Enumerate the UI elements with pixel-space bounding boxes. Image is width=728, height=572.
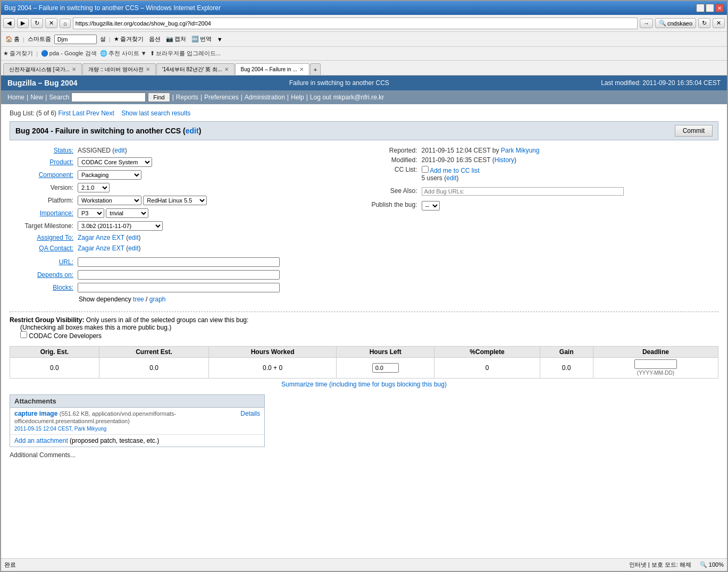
- restrict-group: Restrict Group Visibility: Only users in…: [10, 316, 718, 340]
- url-input[interactable]: [78, 257, 280, 267]
- priority-select[interactable]: P3: [78, 208, 104, 218]
- url-label[interactable]: URL:: [10, 258, 73, 266]
- deadline-input[interactable]: [634, 359, 677, 369]
- product-label[interactable]: Product:: [10, 158, 73, 166]
- version-select[interactable]: 2.1.0: [78, 183, 110, 192]
- nav-user-link[interactable]: mkpark@nfri.re.kr: [333, 94, 384, 101]
- see-also-input[interactable]: [422, 187, 624, 196]
- summarize-link: Summarize time (including time for bugs …: [10, 381, 718, 388]
- tree-link[interactable]: tree: [133, 296, 144, 303]
- assigned-to-link[interactable]: Zagar Anze EXT: [78, 234, 124, 241]
- blocks-input[interactable]: [78, 283, 280, 292]
- nav-help[interactable]: Help: [291, 94, 304, 101]
- qa-contact-row: QA Contact: Zagar Anze EXT (edit): [10, 245, 359, 252]
- bug-list-first[interactable]: First: [58, 110, 70, 117]
- tab-close-2[interactable]: ✕: [224, 66, 229, 72]
- go-button[interactable]: →: [640, 19, 653, 28]
- bug-list-prev[interactable]: Prev: [86, 110, 99, 117]
- time-table: Orig. Est. Current Est. Hours Worked Hou…: [10, 346, 718, 378]
- status-label[interactable]: Status:: [10, 147, 73, 154]
- minimize-button[interactable]: ─: [696, 4, 705, 12]
- nav-preferences[interactable]: Preferences: [204, 94, 239, 101]
- toolbar-smartzoom[interactable]: 스마트줌: [26, 35, 53, 44]
- nav-administration[interactable]: Administration: [245, 94, 285, 101]
- fav-item-update[interactable]: ⬆ 브라우저를 업그레이드...: [150, 49, 221, 57]
- severity-select[interactable]: trivial: [106, 208, 148, 218]
- close-button[interactable]: ✕: [715, 4, 724, 12]
- refresh-button-2[interactable]: ↻: [698, 18, 710, 28]
- product-select[interactable]: CODAC Core System: [78, 157, 152, 167]
- address-input[interactable]: [73, 18, 638, 29]
- tab-close-1[interactable]: ✕: [146, 66, 150, 72]
- target-milestone-select[interactable]: 3.0b2 (2011-11-07): [78, 221, 163, 231]
- status-edit-link[interactable]: edit: [114, 147, 124, 154]
- tab-close-0[interactable]: ✕: [72, 66, 76, 72]
- home-button[interactable]: ⌂: [60, 19, 71, 28]
- qa-contact-label[interactable]: QA Contact:: [10, 245, 73, 252]
- bug-list-show-results[interactable]: Show last search results: [121, 110, 190, 117]
- search-button[interactable]: 🔍 cndskaeo: [655, 18, 696, 28]
- divider-1: [10, 312, 718, 312]
- cc-checkbox[interactable]: [422, 166, 429, 173]
- attachment-details-0[interactable]: Details: [240, 410, 260, 432]
- nav-search[interactable]: Search: [49, 94, 69, 101]
- maximize-button[interactable]: □: [706, 4, 714, 12]
- platform-select[interactable]: Workstation: [78, 196, 141, 205]
- fav-item-pda[interactable]: 🔵 pda - Google 검색: [41, 49, 97, 57]
- search-input[interactable]: [71, 92, 146, 102]
- refresh-button[interactable]: ↻: [31, 18, 43, 28]
- toolbar-more[interactable]: ▼: [215, 36, 225, 43]
- bug-edit-link[interactable]: edit: [186, 127, 199, 135]
- tab-new[interactable]: +: [310, 63, 321, 75]
- assigned-to-label[interactable]: Assigned To:: [10, 234, 73, 241]
- cc-add-link[interactable]: Add me to CC list: [430, 167, 479, 174]
- history-link[interactable]: History: [495, 156, 514, 164]
- reporter-link[interactable]: Park Mikyung: [501, 147, 540, 154]
- attachment-name-0[interactable]: capture image: [14, 410, 57, 417]
- toolbar-options[interactable]: 옵션: [147, 35, 163, 44]
- bug-list-last[interactable]: Last: [72, 110, 85, 117]
- tab-3[interactable]: Bug 2004 – Failure in ... ✕: [235, 63, 309, 75]
- cc-row: CC List: Add me to CC list 5 users (edit…: [370, 166, 719, 182]
- component-label[interactable]: Component:: [10, 171, 73, 179]
- forward-button[interactable]: ▶: [17, 18, 29, 28]
- stop-button-2[interactable]: ✕: [713, 18, 725, 28]
- qa-contact-link[interactable]: Zagar Anze EXT: [78, 245, 124, 252]
- publish-select[interactable]: --: [422, 201, 440, 211]
- toolbar-translate[interactable]: 🔤 번역: [189, 35, 214, 44]
- fav-item-recommended[interactable]: 🌐 추천 사이트 ▼: [100, 49, 147, 57]
- find-button[interactable]: Find: [148, 92, 170, 102]
- toolbar-home[interactable]: 🏠 홈: [3, 35, 22, 44]
- bug-list-next[interactable]: Next: [101, 110, 114, 117]
- tab-close-3[interactable]: ✕: [299, 66, 304, 72]
- tab-1[interactable]: 개량 :: 네이버 영어사전 ✕: [82, 63, 156, 75]
- nav-home[interactable]: Home: [7, 94, 24, 101]
- importance-label[interactable]: Importance:: [10, 209, 73, 217]
- depends-input[interactable]: [78, 270, 280, 280]
- codac-developers-checkbox[interactable]: [20, 331, 27, 338]
- toolbar-set[interactable]: 설: [98, 35, 108, 44]
- os-select[interactable]: RedHat Linux 5.5: [143, 196, 207, 205]
- back-button[interactable]: ◀: [3, 18, 15, 28]
- qa-edit-link[interactable]: edit: [128, 245, 138, 252]
- toolbar-capture[interactable]: 📷 캡처: [164, 35, 188, 44]
- add-attachment-link[interactable]: Add an attachment: [14, 437, 68, 444]
- show-dep: Show dependency tree / graph: [79, 296, 359, 303]
- toolbar-favorites[interactable]: ★ 즐겨찾기: [112, 35, 146, 44]
- assigned-edit-link[interactable]: edit: [128, 234, 138, 241]
- tab-0[interactable]: 신전자결재시스템 [국가... ✕: [3, 63, 82, 75]
- summarize-anchor[interactable]: Summarize time (including time for bugs …: [281, 381, 447, 388]
- commit-button[interactable]: Commit: [675, 125, 713, 137]
- blocks-label[interactable]: Blocks:: [10, 284, 73, 291]
- graph-link[interactable]: graph: [149, 296, 166, 303]
- component-select[interactable]: Packaging: [78, 170, 141, 180]
- depends-label[interactable]: Depends on:: [10, 271, 73, 279]
- hours-left-input[interactable]: [372, 363, 399, 373]
- nav-reports[interactable]: Reports: [176, 94, 198, 101]
- cc-edit-link[interactable]: edit: [446, 174, 456, 182]
- nav-new[interactable]: New: [30, 94, 43, 101]
- tab-2[interactable]: '14세부터 82년간' 英 최... ✕: [156, 63, 235, 75]
- toolbar-djm-input[interactable]: [54, 35, 97, 44]
- stop-button[interactable]: ✕: [45, 18, 57, 28]
- fav-item-favorites[interactable]: ★ 즐겨찾기: [3, 49, 33, 57]
